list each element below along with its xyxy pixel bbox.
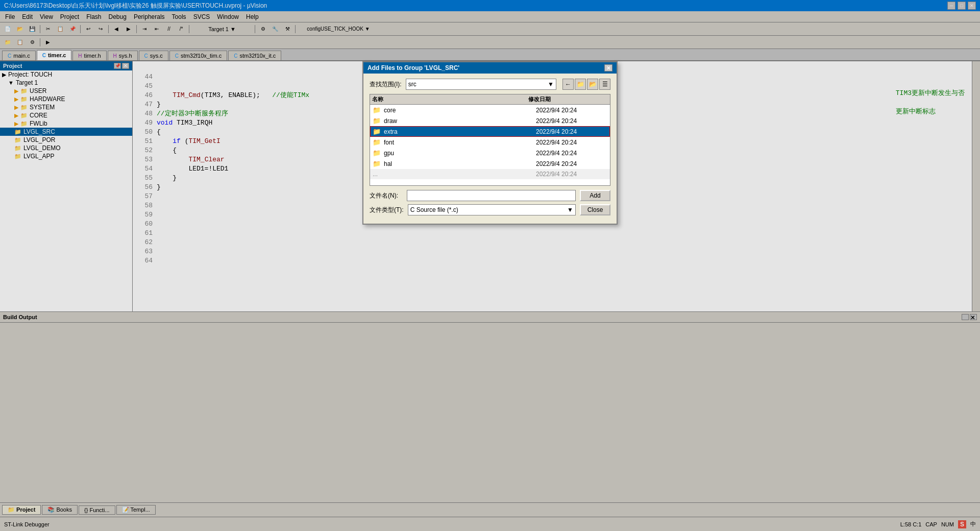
nav-back-button[interactable]: ←	[562, 79, 574, 90]
file-row-gpu[interactable]: 📁 gpu 2022/9/4 20:24	[370, 148, 610, 158]
dialog-close-button[interactable]: ✕	[604, 64, 612, 71]
folder-icon-draw: 📁	[373, 117, 381, 125]
file-name-extra: extra	[384, 128, 536, 135]
file-name-core: core	[384, 107, 536, 114]
folder-icon-font: 📁	[373, 138, 381, 146]
file-date-extra: 2022/9/4 20:24	[536, 128, 607, 135]
look-in-value: src	[408, 81, 416, 88]
file-name-row: 文件名(N): Add	[370, 190, 610, 201]
dialog-overlay: Add Files to Group 'LVGL_SRC' ✕ 查找范围(I):…	[0, 0, 980, 531]
file-date-core: 2022/9/4 20:24	[536, 107, 607, 114]
file-list-header: 名称 修改日期	[370, 94, 610, 105]
file-date-font: 2022/9/4 20:24	[536, 139, 607, 146]
file-type-dropdown-icon: ▼	[567, 206, 573, 213]
file-name-draw: draw	[384, 117, 536, 125]
file-type-select[interactable]: C Source file (*.c) ▼	[408, 204, 576, 215]
file-row-more[interactable]: ... 2022/9/4 20:24	[370, 169, 610, 179]
folder-icon-hal: 📁	[373, 160, 381, 167]
header-scroll-spacer	[600, 95, 608, 103]
file-name-more: ...	[373, 171, 536, 178]
file-date-gpu: 2022/9/4 20:24	[536, 150, 607, 157]
view-toggle-button[interactable]: ☰	[599, 79, 610, 90]
file-row-draw[interactable]: 📁 draw 2022/9/4 20:24	[370, 115, 610, 126]
new-folder-button[interactable]: 📂	[587, 79, 598, 90]
file-list-area[interactable]: 名称 修改日期 📁 core 2022/9/4 20:24 📁 draw 202…	[370, 94, 610, 186]
file-type-value: C Source file (*.c)	[410, 206, 458, 213]
col-date-header: 修改日期	[528, 95, 600, 103]
dialog-toolbar-btns: ← 📁 📂 ☰	[562, 79, 610, 90]
close-button[interactable]: Close	[580, 204, 610, 215]
file-date-hal: 2022/9/4 20:24	[536, 160, 607, 167]
file-name-hal: hal	[384, 160, 536, 167]
add-files-dialog: Add Files to Group 'LVGL_SRC' ✕ 查找范围(I):…	[362, 61, 618, 225]
dialog-title-text: Add Files to Group 'LVGL_SRC'	[368, 64, 459, 71]
file-row-core[interactable]: 📁 core 2022/9/4 20:24	[370, 105, 610, 115]
folder-icon-core: 📁	[373, 106, 381, 114]
nav-up-button[interactable]: 📁	[575, 79, 586, 90]
add-button[interactable]: Add	[580, 190, 610, 201]
file-row-font[interactable]: 📁 font 2022/9/4 20:24	[370, 137, 610, 148]
look-in-row: 查找范围(I): src ▼ ← 📁 📂 ☰	[370, 79, 610, 90]
file-date-draw: 2022/9/4 20:24	[536, 117, 607, 125]
file-name-input[interactable]	[407, 190, 576, 201]
file-row-hal[interactable]: 📁 hal 2022/9/4 20:24	[370, 158, 610, 169]
dialog-body: 查找范围(I): src ▼ ← 📁 📂 ☰ 名称 修改日期	[363, 74, 617, 224]
file-name-font: font	[384, 139, 536, 146]
col-name-header: 名称	[372, 95, 528, 103]
file-date-more: 2022/9/4 20:24	[536, 171, 607, 178]
file-name-label: 文件名(N):	[370, 191, 403, 200]
dialog-title-bar: Add Files to Group 'LVGL_SRC' ✕	[363, 62, 617, 74]
file-name-gpu: gpu	[384, 150, 536, 157]
look-in-dropdown-icon: ▼	[548, 81, 554, 88]
file-type-row: 文件类型(T): C Source file (*.c) ▼ Close	[370, 204, 610, 215]
folder-icon-extra: 📁	[373, 128, 381, 135]
folder-icon-gpu: 📁	[373, 149, 381, 157]
file-type-label: 文件类型(T):	[370, 206, 404, 214]
look-in-combo[interactable]: src ▼	[406, 79, 556, 90]
look-in-label: 查找范围(I):	[370, 80, 402, 89]
file-row-extra[interactable]: 📁 extra 2022/9/4 20:24	[370, 126, 610, 137]
